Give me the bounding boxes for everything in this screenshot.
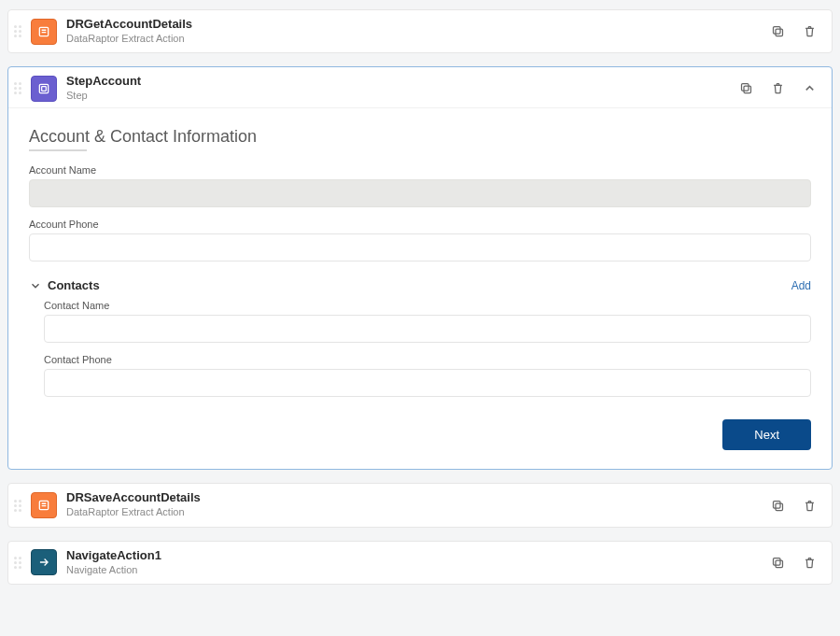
element-subtitle: Step — [66, 89, 736, 102]
account-name-field[interactable] — [29, 179, 811, 207]
svg-rect-6 — [741, 84, 749, 92]
element-title: StepAccount — [66, 75, 736, 89]
section-title: Account & Contact Information — [29, 127, 811, 147]
svg-rect-3 — [39, 84, 48, 92]
element-subtitle: DataRaptor Extract Action — [66, 505, 768, 518]
step-icon — [31, 76, 57, 102]
svg-rect-1 — [776, 29, 783, 36]
copy-icon[interactable] — [736, 79, 755, 98]
delete-icon[interactable] — [768, 79, 787, 98]
svg-rect-11 — [773, 558, 780, 565]
drag-handle-icon[interactable] — [14, 552, 25, 572]
account-name-label: Account Name — [29, 164, 811, 176]
account-phone-label: Account Phone — [29, 219, 811, 230]
copy-icon[interactable] — [768, 22, 787, 41]
dataraptor-icon — [31, 492, 57, 518]
add-contact-link[interactable]: Add — [791, 279, 811, 292]
svg-rect-9 — [773, 501, 780, 508]
contact-name-field[interactable] — [44, 315, 811, 343]
element-title: NavigateAction1 — [66, 549, 768, 563]
element-card-stepaccount[interactable]: StepAccount Step Account & Contact Infor… — [7, 66, 833, 470]
chevron-up-icon[interactable] — [800, 79, 819, 98]
contacts-block-title: Contacts — [48, 278, 791, 292]
contact-name-label: Contact Name — [44, 300, 811, 311]
drag-handle-icon[interactable] — [14, 78, 25, 99]
svg-rect-8 — [776, 503, 783, 511]
copy-icon[interactable] — [768, 553, 787, 572]
svg-rect-5 — [744, 86, 751, 93]
element-subtitle: DataRaptor Extract Action — [66, 32, 768, 45]
drag-handle-icon[interactable] — [14, 495, 25, 516]
delete-icon[interactable] — [800, 22, 819, 41]
chevron-down-icon[interactable] — [29, 279, 42, 292]
step-form-body: Account & Contact Information Account Na… — [8, 107, 832, 467]
element-subtitle: Navigate Action — [66, 563, 768, 576]
svg-rect-2 — [773, 27, 780, 35]
dataraptor-icon — [31, 19, 57, 45]
contact-phone-label: Contact Phone — [44, 354, 811, 365]
element-title: DRGetAccountDetails — [66, 18, 768, 32]
delete-icon[interactable] — [800, 553, 819, 572]
svg-rect-4 — [42, 87, 47, 92]
delete-icon[interactable] — [800, 496, 819, 515]
account-phone-field[interactable] — [29, 233, 811, 261]
element-card-drsave[interactable]: DRSaveAccountDetails DataRaptor Extract … — [7, 483, 833, 527]
next-button[interactable]: Next — [722, 419, 811, 450]
navigate-icon — [31, 549, 57, 575]
element-card-navigate[interactable]: NavigateAction1 Navigate Action — [7, 541, 833, 585]
contact-phone-field[interactable] — [44, 369, 811, 397]
svg-rect-10 — [776, 560, 783, 568]
section-title-underline — [29, 149, 87, 151]
element-title: DRSaveAccountDetails — [66, 491, 768, 505]
copy-icon[interactable] — [768, 496, 787, 515]
element-card-drget[interactable]: DRGetAccountDetails DataRaptor Extract A… — [7, 9, 833, 53]
drag-handle-icon[interactable] — [14, 21, 25, 42]
